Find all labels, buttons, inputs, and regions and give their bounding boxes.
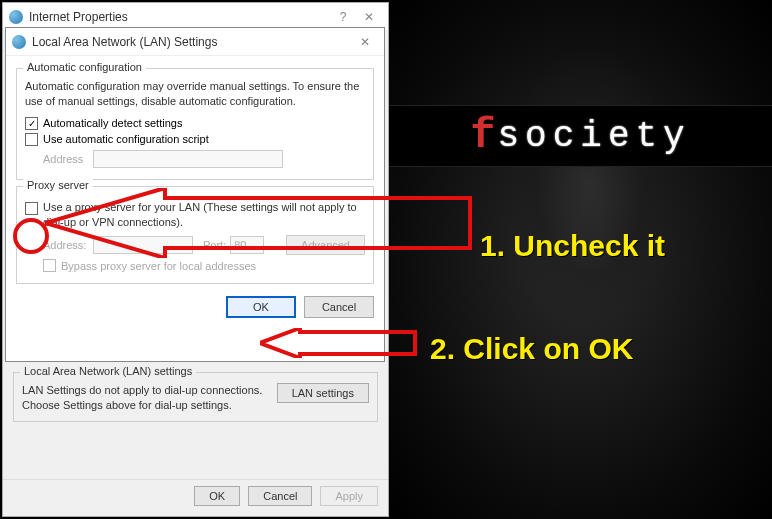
globe-icon (12, 35, 26, 49)
auto-detect-label: Automatically detect settings (43, 117, 182, 129)
close-button[interactable]: ✕ (356, 7, 382, 27)
instruction-step-1: 1. Uncheck it (480, 229, 665, 263)
lan-group-title: Local Area Network (LAN) settings (20, 365, 196, 377)
proxy-address-label: Address: (43, 239, 93, 251)
proxy-port-input[interactable]: 80 (230, 236, 264, 254)
automatic-configuration-group: Automatic configuration Automatic config… (16, 68, 374, 180)
ok-button[interactable]: OK (226, 296, 296, 318)
address-label: Address (43, 153, 93, 165)
bypass-checkbox[interactable] (43, 259, 56, 272)
dialog-title: Local Area Network (LAN) Settings (32, 35, 217, 49)
globe-icon (9, 10, 23, 24)
proxy-group-title: Proxy server (23, 179, 93, 191)
instruction-step-2: 2. Click on OK (430, 332, 633, 366)
lan-info-text: LAN Settings do not apply to dial-up con… (22, 383, 269, 413)
use-proxy-checkbox[interactable] (25, 202, 38, 215)
cancel-button[interactable]: Cancel (248, 486, 312, 506)
bypass-label: Bypass proxy server for local addresses (61, 260, 256, 272)
script-address-input[interactable] (93, 150, 283, 168)
lan-settings-button[interactable]: LAN settings (277, 383, 369, 403)
auto-info-text: Automatic configuration may override man… (25, 79, 365, 109)
titlebar-lan: Local Area Network (LAN) Settings ✕ (6, 28, 384, 56)
window-title: Internet Properties (29, 10, 128, 24)
logo-text: society (497, 116, 690, 157)
auto-group-title: Automatic configuration (23, 61, 146, 73)
proxy-server-group: Proxy server Use a proxy server for your… (16, 186, 374, 285)
use-proxy-label: Use a proxy server for your LAN (These s… (43, 200, 365, 230)
auto-script-checkbox[interactable] (25, 133, 38, 146)
fsociety-logo: f society (389, 105, 772, 167)
close-button[interactable]: ✕ (352, 32, 378, 52)
apply-button[interactable]: Apply (320, 486, 378, 506)
annotation-circle-checkbox (13, 218, 49, 254)
logo-f: f (470, 112, 495, 160)
lan-settings-dialog: Local Area Network (LAN) Settings ✕ Auto… (5, 27, 385, 362)
help-button[interactable]: ? (330, 7, 356, 27)
proxy-port-label: Port: (203, 239, 226, 251)
ok-button[interactable]: OK (194, 486, 240, 506)
lan-settings-group: Local Area Network (LAN) settings LAN Se… (13, 372, 378, 422)
proxy-address-input[interactable] (93, 236, 193, 254)
cancel-button[interactable]: Cancel (304, 296, 374, 318)
auto-script-label: Use automatic configuration script (43, 133, 209, 145)
advanced-button[interactable]: Advanced (286, 235, 365, 255)
auto-detect-checkbox[interactable]: ✓ (25, 117, 38, 130)
